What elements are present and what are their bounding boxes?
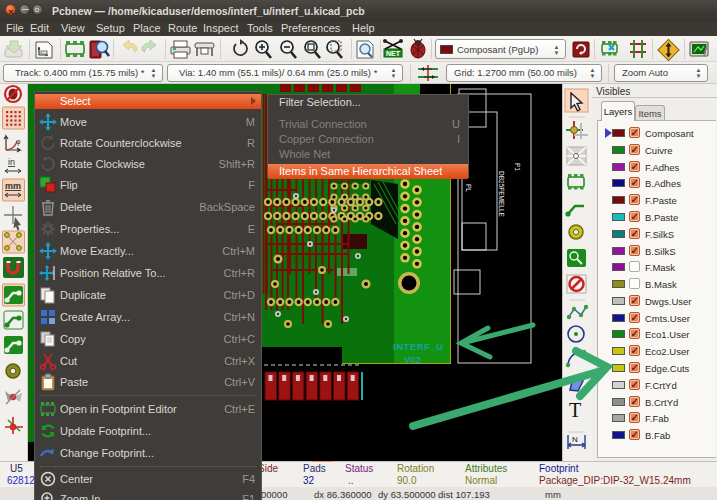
svg-text:PL: PL (465, 184, 472, 192)
svg-text:DB25FEMELLE: DB25FEMELLE (498, 171, 505, 218)
svg-text:mm: mm (5, 181, 21, 191)
svg-text:P1: P1 (514, 163, 521, 171)
svg-text:NET: NET (386, 50, 401, 57)
svg-text:N: N (572, 435, 578, 444)
svg-text:φ: φ (16, 138, 21, 146)
svg-text:T: T (569, 399, 581, 421)
svg-text:INTERF_U: INTERF_U (393, 341, 443, 352)
svg-text:in: in (8, 157, 15, 167)
